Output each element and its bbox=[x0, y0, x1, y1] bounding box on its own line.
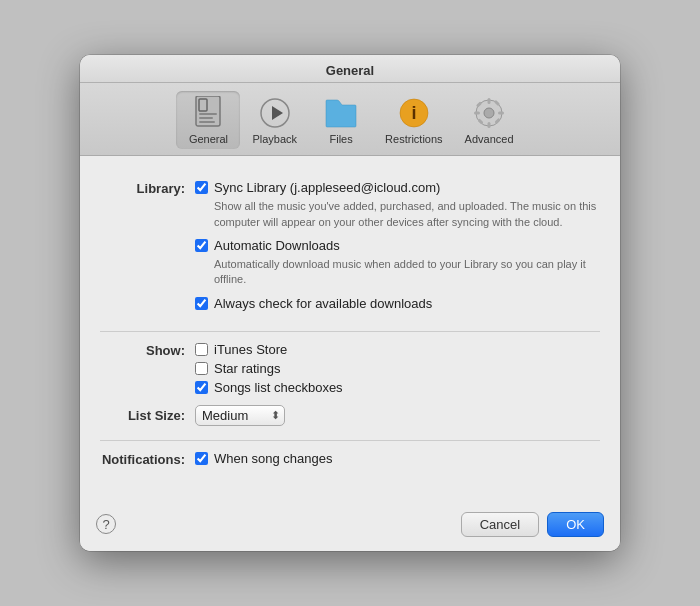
notifications-row: Notifications: When song changes bbox=[100, 451, 600, 470]
svg-marker-6 bbox=[272, 106, 283, 120]
songs-list-checkboxes-label: Songs list checkboxes bbox=[214, 380, 343, 395]
window-title: General bbox=[326, 63, 374, 78]
toolbar-item-advanced[interactable]: Advanced bbox=[455, 91, 524, 149]
songs-list-checkboxes-row: Songs list checkboxes bbox=[195, 380, 600, 395]
notifications-section: Notifications: When song changes bbox=[100, 441, 600, 486]
svg-rect-12 bbox=[488, 122, 491, 128]
sync-library-checkbox[interactable] bbox=[195, 181, 208, 194]
playback-icon bbox=[257, 95, 293, 131]
show-label: Show: bbox=[100, 342, 195, 358]
automatic-downloads-description: Automatically download music when added … bbox=[214, 257, 600, 288]
title-bar: General bbox=[80, 55, 620, 83]
footer-buttons: Cancel OK bbox=[461, 512, 604, 537]
svg-text:i: i bbox=[411, 103, 416, 123]
svg-point-10 bbox=[484, 108, 494, 118]
always-check-checkbox[interactable] bbox=[195, 297, 208, 310]
toolbar-item-playback[interactable]: Playback bbox=[242, 91, 307, 149]
automatic-downloads-label: Automatic Downloads bbox=[214, 238, 340, 253]
list-size-content: Small Medium Large ⬍ bbox=[195, 405, 600, 426]
star-ratings-checkbox[interactable] bbox=[195, 362, 208, 375]
when-song-changes-row: When song changes bbox=[195, 451, 600, 466]
general-icon bbox=[190, 95, 226, 131]
toolbar-item-files[interactable]: Files bbox=[309, 91, 373, 149]
automatic-downloads-checkbox[interactable] bbox=[195, 239, 208, 252]
show-row: Show: iTunes Store Star ratings Songs li… bbox=[100, 342, 600, 399]
list-size-row: List Size: Small Medium Large ⬍ bbox=[100, 405, 600, 426]
svg-rect-13 bbox=[474, 112, 480, 115]
show-content: iTunes Store Star ratings Songs list che… bbox=[195, 342, 600, 399]
svg-rect-14 bbox=[498, 112, 504, 115]
toolbar-label-general: General bbox=[189, 133, 228, 145]
toolbar: General Playback Files bbox=[80, 83, 620, 156]
toolbar-item-restrictions[interactable]: i Restrictions bbox=[375, 91, 452, 149]
automatic-downloads-row: Automatic Downloads bbox=[195, 238, 600, 253]
library-content: Sync Library (j.appleseed@icloud.com) Sh… bbox=[195, 180, 600, 315]
always-check-row: Always check for available downloads bbox=[195, 296, 600, 311]
advanced-icon bbox=[471, 95, 507, 131]
files-icon bbox=[323, 95, 359, 131]
toolbar-item-general[interactable]: General bbox=[176, 91, 240, 149]
always-check-label: Always check for available downloads bbox=[214, 296, 432, 311]
star-ratings-row: Star ratings bbox=[195, 361, 600, 376]
restrictions-icon: i bbox=[396, 95, 432, 131]
svg-rect-4 bbox=[199, 121, 215, 123]
library-section: Library: Sync Library (j.appleseed@iclou… bbox=[100, 170, 600, 332]
list-size-select[interactable]: Small Medium Large bbox=[195, 405, 285, 426]
when-song-changes-label: When song changes bbox=[214, 451, 333, 466]
footer: ? Cancel OK bbox=[80, 502, 620, 551]
content-area: Library: Sync Library (j.appleseed@iclou… bbox=[80, 156, 620, 502]
show-section: Show: iTunes Store Star ratings Songs li… bbox=[100, 332, 600, 441]
cancel-button[interactable]: Cancel bbox=[461, 512, 539, 537]
ok-button[interactable]: OK bbox=[547, 512, 604, 537]
list-size-label: List Size: bbox=[100, 407, 195, 423]
svg-rect-3 bbox=[199, 117, 213, 119]
list-size-select-container: Small Medium Large ⬍ bbox=[195, 405, 285, 426]
toolbar-label-files: Files bbox=[329, 133, 352, 145]
itunes-store-checkbox[interactable] bbox=[195, 343, 208, 356]
sync-library-label: Sync Library (j.appleseed@icloud.com) bbox=[214, 180, 440, 195]
sync-library-row: Sync Library (j.appleseed@icloud.com) bbox=[195, 180, 600, 195]
itunes-store-row: iTunes Store bbox=[195, 342, 600, 357]
help-button[interactable]: ? bbox=[96, 514, 116, 534]
itunes-store-label: iTunes Store bbox=[214, 342, 287, 357]
notifications-content: When song changes bbox=[195, 451, 600, 470]
songs-list-checkboxes-checkbox[interactable] bbox=[195, 381, 208, 394]
notifications-label: Notifications: bbox=[100, 451, 195, 467]
library-row: Library: Sync Library (j.appleseed@iclou… bbox=[100, 180, 600, 315]
preferences-window: General General Playbac bbox=[80, 55, 620, 551]
when-song-changes-checkbox[interactable] bbox=[195, 452, 208, 465]
sync-library-description: Show all the music you've added, purchas… bbox=[214, 199, 600, 230]
library-label: Library: bbox=[100, 180, 195, 196]
toolbar-label-restrictions: Restrictions bbox=[385, 133, 442, 145]
svg-rect-11 bbox=[488, 98, 491, 104]
toolbar-label-playback: Playback bbox=[252, 133, 297, 145]
svg-rect-2 bbox=[199, 113, 217, 115]
star-ratings-label: Star ratings bbox=[214, 361, 280, 376]
toolbar-label-advanced: Advanced bbox=[465, 133, 514, 145]
